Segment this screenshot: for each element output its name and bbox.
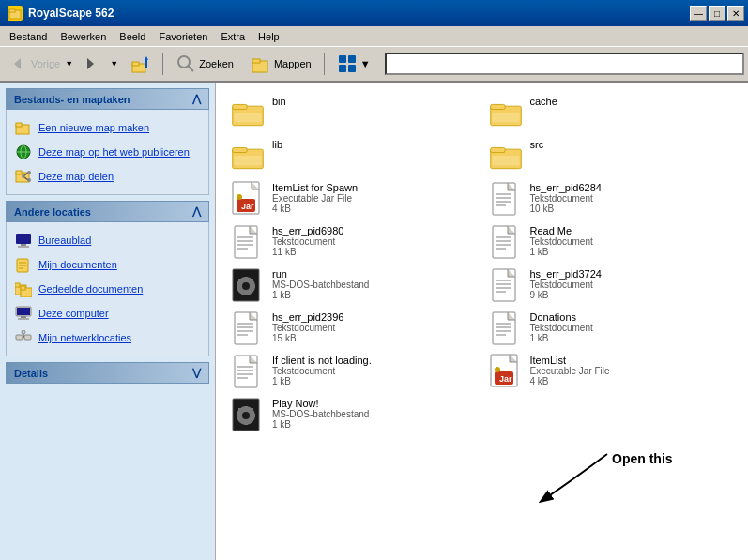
- file-info: src: [530, 139, 544, 150]
- menu-help[interactable]: Help: [252, 29, 285, 44]
- sidebar-desktop[interactable]: Bureaublad: [14, 228, 201, 252]
- svg-marker-3: [87, 58, 94, 69]
- menu-extra[interactable]: Extra: [215, 29, 251, 44]
- svg-rect-99: [251, 289, 253, 292]
- sidebar-locations-header[interactable]: Andere locaties ⋀: [6, 201, 209, 222]
- svg-rect-51: [492, 113, 519, 122]
- svg-rect-41: [16, 335, 23, 340]
- title-bar: RoyalScape 562 — □ ✕: [0, 0, 748, 26]
- file-type: Tekstdocument: [272, 366, 372, 376]
- svg-point-141: [242, 412, 250, 419]
- file-type: Executable Jar File: [272, 193, 358, 204]
- file-name: src: [530, 139, 544, 150]
- menu-beeld[interactable]: Beeld: [114, 29, 151, 44]
- file-item[interactable]: cache: [483, 92, 740, 133]
- sidebar-share-folder[interactable]: Deze map delen: [14, 164, 201, 189]
- back-nav: Vorige ▼: [4, 51, 76, 77]
- search-button[interactable]: Zoeken: [169, 50, 240, 78]
- sidebar-tasks-header[interactable]: Bestands- en maptaken ⋀: [6, 88, 209, 110]
- svg-point-24: [27, 178, 31, 182]
- svg-rect-26: [16, 234, 31, 244]
- forward-dropdown[interactable]: ▼: [108, 51, 121, 77]
- documents-icon: [14, 255, 33, 274]
- file-name: ItemList: [530, 355, 610, 366]
- window-icon: [8, 6, 23, 21]
- text-icon: [489, 225, 523, 259]
- svg-rect-36: [21, 286, 25, 290]
- file-info: Play Now! MS-DOS-batchbestand 1 kB: [272, 398, 369, 430]
- file-info: ItemList for Spawn Executable Jar File 4…: [272, 182, 358, 214]
- file-item[interactable]: hs_err_pid6284 Tekstdocument 10 kB: [483, 178, 740, 219]
- file-size: 15 kB: [272, 333, 343, 343]
- file-name: bin: [272, 96, 286, 107]
- file-info: bin: [272, 96, 286, 107]
- forward-button[interactable]: [80, 51, 104, 77]
- svg-rect-96: [238, 279, 241, 281]
- share-icon: [14, 167, 33, 186]
- file-item[interactable]: run MS-DOS-batchbestand 1 kB: [225, 265, 481, 306]
- file-item[interactable]: If client is not loading. Tekstdocument …: [225, 351, 481, 392]
- sidebar-network-locations[interactable]: Mijn netwerklocaties: [14, 325, 201, 350]
- sidebar-details-header[interactable]: Details ⋁: [6, 362, 209, 384]
- svg-rect-47: [233, 104, 247, 109]
- svg-rect-97: [251, 279, 253, 281]
- file-item[interactable]: hs_err_pid6980 Tekstdocument 11 kB: [225, 221, 481, 263]
- svg-rect-98: [238, 289, 241, 292]
- file-item[interactable]: hs_err_pid2396 Tekstdocument 15 kB: [225, 308, 481, 349]
- sidebar-new-folder[interactable]: Een nieuwe map maken: [14, 115, 201, 140]
- svg-rect-48: [234, 113, 261, 122]
- sidebar-locations-section: Andere locaties ⋀ Bureaublad: [6, 201, 209, 356]
- maximize-button[interactable]: □: [709, 6, 725, 21]
- file-size: 4 kB: [530, 376, 610, 386]
- back-dropdown[interactable]: ▼: [63, 51, 76, 77]
- file-type: Tekstdocument: [530, 323, 593, 333]
- menu-favorieten[interactable]: Favorieten: [153, 29, 213, 44]
- views-button[interactable]: ▼: [330, 50, 377, 78]
- svg-rect-148: [238, 418, 241, 421]
- file-item[interactable]: hs_err_pid3724 Tekstdocument 9 kB: [483, 265, 740, 306]
- svg-marker-2: [14, 58, 21, 69]
- menu-bewerken[interactable]: Bewerken: [54, 29, 112, 44]
- text-icon: [231, 355, 265, 388]
- folder-icon: [231, 139, 265, 173]
- file-item[interactable]: src: [483, 135, 740, 176]
- menu-bestand[interactable]: Bestand: [4, 29, 53, 44]
- file-item[interactable]: Jar ItemList for Spawn Executable Jar Fi…: [225, 178, 481, 219]
- minimize-button[interactable]: —: [690, 6, 707, 21]
- sidebar-shared-documents[interactable]: Gedeelde documenten: [14, 277, 201, 301]
- file-type: MS-DOS-batchbestand: [272, 280, 369, 290]
- sidebar-this-computer[interactable]: Deze computer: [14, 301, 201, 325]
- svg-rect-54: [234, 156, 261, 165]
- svg-rect-142: [244, 406, 248, 410]
- file-name: run: [272, 268, 369, 280]
- svg-rect-22: [16, 171, 22, 174]
- svg-rect-13: [348, 55, 356, 63]
- svg-rect-38: [17, 308, 30, 315]
- file-info: Donations Tekstdocument 1 kB: [530, 311, 593, 343]
- close-button[interactable]: ✕: [727, 6, 744, 21]
- file-type: MS-DOS-batchbestand: [272, 409, 369, 419]
- file-item[interactable]: Play Now! MS-DOS-batchbestand 1 kB: [225, 394, 481, 435]
- file-size: 1 kB: [530, 333, 593, 343]
- file-info: run MS-DOS-batchbestand 1 kB: [272, 268, 369, 300]
- file-item[interactable]: Jar ItemList Executable Jar File 4 kB: [483, 351, 740, 392]
- svg-rect-11: [252, 59, 260, 63]
- folder-icon: [489, 139, 523, 173]
- window-controls: — □ ✕: [690, 6, 744, 21]
- svg-point-91: [242, 282, 250, 290]
- sidebar-publish-web[interactable]: Deze map op het web publiceren: [14, 140, 201, 164]
- svg-rect-147: [251, 408, 253, 411]
- file-item[interactable]: lib: [225, 135, 481, 176]
- svg-rect-17: [16, 123, 22, 127]
- file-name: ItemList for Spawn: [272, 182, 358, 193]
- back-button[interactable]: [4, 51, 28, 77]
- file-type: Tekstdocument: [272, 323, 343, 333]
- file-item[interactable]: Donations Tekstdocument 1 kB: [483, 308, 740, 349]
- up-button[interactable]: [125, 50, 157, 78]
- folders-button[interactable]: Mappen: [244, 50, 318, 78]
- sidebar-my-documents[interactable]: Mijn documenten: [14, 252, 201, 277]
- address-bar[interactable]: [385, 53, 744, 75]
- file-name: hs_err_pid2396: [272, 311, 343, 323]
- file-item[interactable]: bin: [225, 92, 481, 133]
- file-item[interactable]: Read Me Tekstdocument 1 kB: [483, 221, 740, 263]
